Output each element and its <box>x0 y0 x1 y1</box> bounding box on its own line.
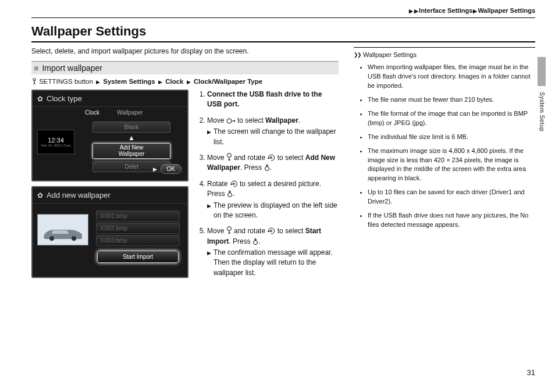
note-item: The file name must be fewer than 210 byt… <box>368 95 535 105</box>
nav-path: SETTINGS button ▶ System Settings ▶ Cloc… <box>31 78 339 85</box>
sidebar-title: Wallpaper Settings <box>363 51 417 58</box>
svg-point-11 <box>254 240 258 244</box>
svg-point-3 <box>227 119 232 123</box>
section-heading-text: Import wallpaper <box>42 63 102 73</box>
step-5: Move and rotate to select Start Import. … <box>207 226 339 278</box>
tab-wallpaper: Wallpaper <box>117 109 143 116</box>
shot1-title: Clock type <box>47 94 82 103</box>
step-2-d: . <box>298 116 300 124</box>
clock-time: 12:34 <box>48 137 64 144</box>
step-2-result: The screen will change to the wallpaper … <box>214 127 339 147</box>
triangle-icon: ▶ <box>158 79 162 85</box>
option-add-new-wallpaper: Add New Wallpaper <box>92 143 170 159</box>
breadcrumb: ▶▶Interface Settings▶Wallpaper Settings <box>31 7 535 17</box>
rotate-icon <box>267 227 275 234</box>
path-p3: Clock/Wallpaper Type <box>194 78 262 85</box>
step-5-c: to select <box>275 227 305 235</box>
step-5-b: and rotate <box>232 227 268 235</box>
file-item: XX02.bmp <box>96 223 180 234</box>
note-item: If the USB flash drive does not have any… <box>368 211 535 230</box>
gear-icon: ✿ <box>37 191 43 199</box>
svg-point-7 <box>233 183 234 184</box>
settings-button-icon <box>31 78 37 85</box>
option-blank: Blank <box>92 122 170 133</box>
page-title: Wallpaper Settings <box>31 24 535 39</box>
press-icon <box>252 238 258 245</box>
gear-icon: ✿ <box>37 95 43 103</box>
clock-date: Feb 14, 2012 (Tue) <box>41 144 70 147</box>
intro-text: Select, delete, and import wallpaper pic… <box>31 47 339 55</box>
step-4-result: The preview is displayed on the left sid… <box>214 201 339 221</box>
triangle-right-icon: ▶ <box>153 166 157 172</box>
clock-preview: 12:34 Feb 14, 2012 (Tue) <box>37 130 74 154</box>
divider <box>31 41 535 42</box>
note-item: The individual file size limit is 6 MB. <box>368 133 535 142</box>
option-sel-line2: Wallpaper <box>119 151 145 157</box>
step-2-b: to select <box>236 116 265 124</box>
rotate-icon <box>267 154 275 161</box>
breadcrumb-a: Interface Settings <box>419 7 472 14</box>
svg-point-9 <box>227 227 231 231</box>
triangle-icon: ▶ <box>207 129 211 147</box>
note-item: The maximum image size is 4,800 x 4,800 … <box>368 147 535 184</box>
step-1: Connect the USB flash drive to the USB p… <box>207 90 339 110</box>
note-item: Up to 10 files can be saved for each dri… <box>368 188 535 206</box>
arrow-up-icon: ▲ <box>128 134 135 142</box>
section-tab <box>538 57 546 86</box>
rotate-icon <box>230 180 238 187</box>
step-4-a: Rotate <box>207 180 230 188</box>
screenshot-add-new-wallpaper: ✿ Add new wallpaper <box>31 186 188 278</box>
shot2-title: Add new wallpaper <box>47 191 111 199</box>
svg-point-1 <box>49 236 54 241</box>
press-icon <box>264 164 270 171</box>
start-import-button: Start Import <box>97 251 179 263</box>
step-1-text: Connect the USB flash drive to the USB p… <box>207 90 322 108</box>
step-4: Rotate to select a desired picture. Pres… <box>207 179 339 221</box>
step-2-c: Wallpaper <box>265 116 298 124</box>
ok-button: OK <box>161 164 182 174</box>
step-3-e: . Press <box>240 163 264 172</box>
triangle-icon: ▶ <box>96 79 100 85</box>
svg-point-8 <box>228 193 232 197</box>
step-5-result: The confirmation message will appear. Th… <box>214 248 339 278</box>
path-p2: Clock <box>165 78 183 85</box>
step-3-c: to select <box>275 154 305 162</box>
section-heading: ■ Import wallpaper <box>31 61 339 74</box>
step-2-a: Move <box>207 116 226 124</box>
press-icon <box>227 190 233 197</box>
svg-point-0 <box>33 79 35 81</box>
step-5-a: Move <box>207 227 226 235</box>
step-3-f: . <box>270 163 272 172</box>
option-sel-line1: Add New <box>120 144 144 151</box>
move-down-icon <box>226 226 232 234</box>
svg-point-10 <box>271 230 272 232</box>
tab-clock: Clock <box>85 109 99 116</box>
step-3-a: Move <box>207 154 226 162</box>
svg-point-6 <box>265 167 269 171</box>
car-icon <box>41 224 84 241</box>
path-p1: System Settings <box>103 78 155 85</box>
step-2: Move to select Wallpaper. ▶The screen wi… <box>207 116 339 147</box>
step-5-e: . Press <box>229 237 252 245</box>
file-item: XX01.bmp <box>96 211 180 222</box>
breadcrumb-b: Wallpaper Settings <box>478 7 535 14</box>
svg-point-4 <box>227 153 231 157</box>
wallpaper-thumbnail <box>37 214 88 245</box>
note-item: The file format of the image that can be… <box>368 109 535 128</box>
triangle-icon: ▶ <box>473 8 477 14</box>
triangle-icon: ▶ <box>207 202 211 221</box>
sidebar-notes: ❯❯ Wallpaper Settings When importing wal… <box>354 47 535 230</box>
divider <box>31 17 535 18</box>
move-down-icon <box>226 153 232 161</box>
triangle-icon: ▶ <box>187 79 191 85</box>
triangle-icon: ▶ <box>409 8 413 14</box>
section-label: System Setup <box>539 92 545 131</box>
triangle-icon: ▶ <box>207 250 211 278</box>
page-number: 31 <box>527 368 535 377</box>
screenshot-clock-type: ✿ Clock type Clock Wallpaper 12:34 Feb 1… <box>31 90 188 181</box>
triangle-icon: ▶ <box>414 8 418 14</box>
note-item: When importing wallpaper files, the imag… <box>368 63 535 91</box>
svg-point-2 <box>72 236 76 241</box>
square-icon: ■ <box>34 63 38 73</box>
step-3: Move and rotate to select Add New Wallpa… <box>207 153 339 173</box>
